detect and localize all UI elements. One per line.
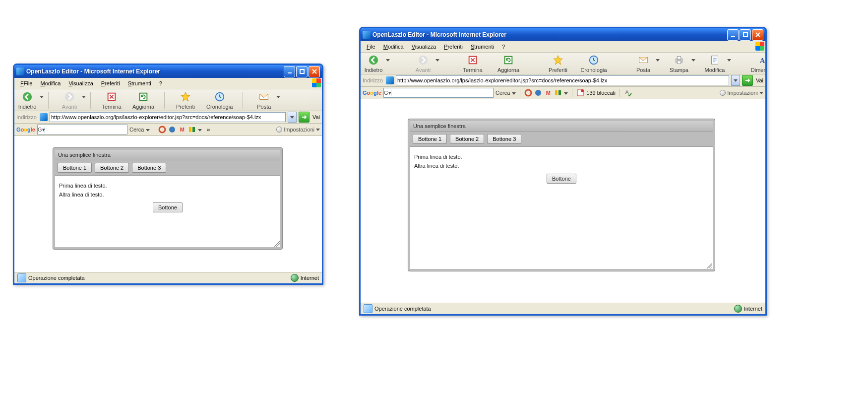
maximize-button[interactable] [296, 66, 308, 77]
laszlo-titlebar[interactable]: Una semplice finestra [410, 121, 713, 132]
google-search-box[interactable]: G▾ [383, 88, 494, 98]
gmail-icon[interactable]: M [178, 126, 186, 133]
close-button[interactable] [752, 29, 763, 41]
go-button[interactable] [742, 75, 753, 86]
stop-button[interactable]: Termina [462, 54, 484, 73]
address-dropdown-icon[interactable] [288, 112, 297, 123]
menu-file[interactable]: File [363, 43, 379, 51]
laszlo-button-1[interactable]: Bottone 1 [58, 163, 92, 173]
menu-preferiti[interactable]: Preferiti [97, 79, 124, 87]
svg-point-14 [369, 56, 378, 65]
spellcheck-icon[interactable] [624, 89, 632, 97]
google-search-box[interactable]: G▾ [37, 125, 127, 134]
menu-strumenti[interactable]: Strumenti [124, 79, 155, 87]
mail-button[interactable]: Posta [253, 91, 275, 110]
go-label: Vai [312, 114, 320, 120]
minimize-button[interactable] [727, 29, 739, 41]
menu-modifica[interactable]: Modifica [36, 79, 64, 87]
history-button[interactable]: Cronologia [206, 91, 233, 110]
laszlo-center-button[interactable]: Bottone [153, 202, 183, 212]
mail-dropdown-icon[interactable] [655, 56, 660, 64]
favorites-button[interactable]: Preferiti [175, 91, 196, 110]
news-globe-icon[interactable] [168, 126, 176, 133]
bookmarks-icon[interactable] [188, 126, 196, 133]
stop-button[interactable]: Termina [101, 91, 123, 110]
menu-modifica[interactable]: Modifica [379, 43, 408, 51]
laszlo-button-1[interactable]: Bottone 1 [413, 134, 447, 144]
refresh-button[interactable]: Aggiorna [497, 54, 519, 73]
laszlo-toolbar: Bottone 1 Bottone 2 Bottone 3 [410, 132, 713, 147]
back-button[interactable]: Indietro [363, 54, 384, 73]
minimize-button[interactable] [284, 66, 295, 77]
google-settings[interactable]: Impostazioni [720, 90, 763, 96]
favorites-button[interactable]: Preferiti [547, 54, 569, 73]
laszlo-titlebar[interactable]: Una semplice finestra [55, 150, 280, 160]
menu-help[interactable]: ? [498, 43, 509, 51]
pagerank-icon[interactable] [524, 89, 532, 97]
bookmarks-dropdown-icon[interactable] [564, 90, 568, 96]
popup-blocker-icon[interactable] [576, 89, 584, 97]
star-icon [180, 91, 191, 103]
titlebar[interactable]: OpenLaszlo Editor - Microsoft Internet E… [361, 28, 765, 41]
toolbar-overflow[interactable]: » [207, 127, 210, 132]
go-button[interactable] [299, 112, 310, 123]
google-settings[interactable]: Impostazioni [276, 127, 320, 132]
menu-file[interactable]: FFileFile [16, 79, 36, 87]
bookmarks-icon[interactable] [554, 89, 562, 97]
search-dropdown-icon[interactable] [146, 127, 150, 132]
laszlo-window[interactable]: Una semplice finestra Bottone 1 Bottone … [408, 119, 715, 271]
laszlo-window[interactable]: Una semplice finestra Bottone 1 Bottone … [53, 148, 282, 249]
laszlo-button-2[interactable]: Bottone 2 [95, 163, 129, 173]
menu-visualizza[interactable]: Visualizza [408, 43, 440, 51]
menu-help[interactable]: ? [155, 79, 166, 87]
forward-button[interactable]: Avanti [59, 91, 80, 110]
print-button[interactable]: Stampa [668, 54, 690, 73]
back-button[interactable]: Indietro [16, 91, 38, 110]
menubar: File Modifica Visualizza Preferiti Strum… [361, 41, 765, 53]
mail-dropdown-icon[interactable] [276, 93, 281, 101]
back-dropdown-icon[interactable] [385, 56, 390, 64]
pagerank-icon[interactable] [158, 126, 166, 133]
google-search-scope-icon[interactable]: G▾ [384, 90, 391, 96]
google-search-scope-icon[interactable]: G▾ [38, 127, 45, 133]
titlebar[interactable]: OpenLaszlo Editor - Microsoft Internet E… [14, 65, 322, 78]
laszlo-button-2[interactable]: Bottone 2 [450, 134, 484, 144]
menu-strumenti[interactable]: Strumenti [467, 43, 498, 51]
laszlo-button-3[interactable]: Bottone 3 [132, 163, 166, 173]
envelope-icon [258, 91, 270, 103]
refresh-button[interactable]: Aggiorna [132, 91, 154, 110]
gmail-icon[interactable]: M [544, 89, 552, 97]
search-dropdown-icon[interactable] [512, 90, 516, 96]
google-search-label[interactable]: Cerca [496, 90, 510, 96]
maximize-button[interactable] [740, 29, 751, 41]
address-input[interactable] [396, 75, 729, 85]
print-dropdown-icon[interactable] [691, 56, 696, 64]
bookmarks-dropdown-icon[interactable] [198, 127, 202, 132]
status-page-icon [17, 273, 26, 282]
laszlo-center-button[interactable]: Bottone [547, 174, 576, 184]
back-dropdown-icon[interactable] [39, 93, 44, 101]
address-input[interactable] [50, 112, 286, 122]
edit-button[interactable]: Modifica [704, 54, 726, 73]
go-label: Vai [756, 77, 763, 83]
clock-icon [588, 54, 600, 66]
mail-button[interactable]: Posta [632, 54, 654, 73]
svg-point-2 [23, 92, 32, 101]
popup-blocked-label[interactable]: 139 bloccati [586, 90, 616, 96]
google-search-label[interactable]: Cerca [129, 127, 144, 132]
forward-dropdown-icon[interactable] [435, 56, 440, 64]
resize-handle-icon[interactable] [273, 240, 280, 247]
laszlo-button-3[interactable]: Bottone 3 [487, 134, 521, 144]
history-button[interactable]: Cronologia [583, 54, 605, 73]
news-globe-icon[interactable] [534, 89, 542, 97]
laszlo-text-line1: Prima linea di testo. [59, 183, 276, 189]
address-dropdown-icon[interactable] [731, 75, 740, 86]
close-button[interactable] [309, 66, 320, 77]
forward-button[interactable]: Avanti [412, 54, 434, 73]
resize-handle-icon[interactable] [705, 262, 712, 268]
menu-preferiti[interactable]: Preferiti [440, 43, 467, 51]
forward-dropdown-icon[interactable] [81, 93, 86, 101]
edit-dropdown-icon[interactable] [727, 56, 732, 64]
textsize-button[interactable]: AA Dimensioni [753, 54, 767, 73]
menu-visualizza[interactable]: Visualizza [64, 79, 97, 87]
